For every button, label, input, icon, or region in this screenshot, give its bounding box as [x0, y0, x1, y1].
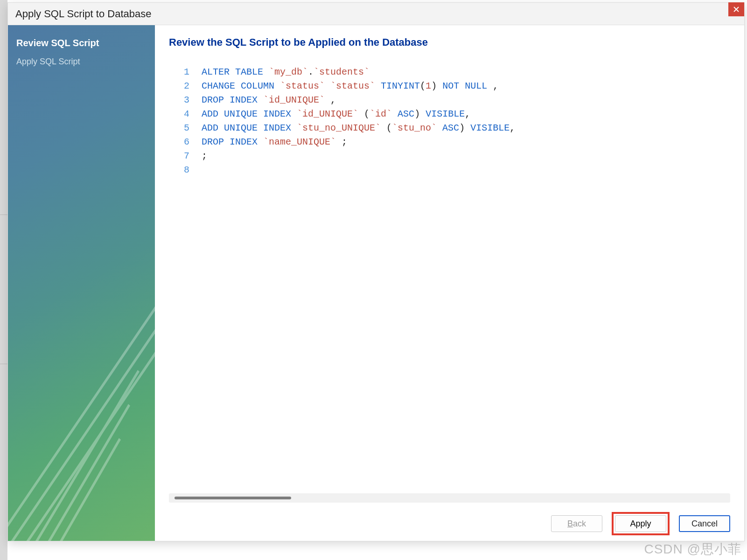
cancel-button[interactable]: Cancel: [679, 515, 730, 532]
line-number: 7: [178, 149, 202, 163]
back-button-accelerator: B: [567, 519, 573, 529]
main-panel: Review the SQL Script to be Applied on t…: [155, 25, 744, 541]
code-text[interactable]: CHANGE COLUMN `status` `status` TINYINT(…: [202, 79, 498, 93]
editor-horizontal-scrollbar[interactable]: [169, 493, 730, 503]
code-line[interactable]: 7;: [178, 149, 730, 163]
code-text[interactable]: ADD UNIQUE INDEX `stu_no_UNIQUE` (`stu_n…: [202, 121, 515, 135]
line-number: 8: [178, 163, 202, 177]
wizard-step-apply[interactable]: Apply SQL Script: [16, 52, 147, 71]
code-line[interactable]: 8: [178, 163, 730, 177]
back-button-rest: ack: [573, 519, 586, 529]
sql-editor[interactable]: 1ALTER TABLE `my_db`.`students`2CHANGE C…: [169, 65, 730, 491]
titlebar: Apply SQL Script to Database: [8, 3, 744, 25]
apply-button[interactable]: Apply: [615, 515, 666, 532]
back-button: Back: [551, 515, 602, 532]
code-line[interactable]: 5ADD UNIQUE INDEX `stu_no_UNIQUE` (`stu_…: [178, 121, 730, 135]
code-text[interactable]: ALTER TABLE `my_db`.`students`: [202, 65, 370, 79]
line-number: 5: [178, 121, 202, 135]
close-icon: [733, 7, 739, 12]
svg-line-5: [8, 371, 139, 541]
close-button[interactable]: [728, 2, 744, 16]
button-bar: Back Apply Cancel: [169, 503, 730, 535]
code-text[interactable]: DROP INDEX `id_UNIQUE` ,: [202, 93, 336, 107]
sidebar-decoration: [8, 257, 155, 541]
svg-line-7: [8, 439, 120, 541]
svg-line-4: [8, 337, 155, 541]
apply-button-highlight: Apply: [612, 512, 670, 535]
code-text[interactable]: DROP INDEX `name_UNIQUE` ;: [202, 135, 347, 149]
line-number: 1: [178, 65, 202, 79]
code-line[interactable]: 4ADD UNIQUE INDEX `id_UNIQUE` (`id` ASC)…: [178, 107, 730, 121]
code-line[interactable]: 2CHANGE COLUMN `status` `status` TINYINT…: [178, 79, 730, 93]
code-line[interactable]: 6DROP INDEX `name_UNIQUE` ;: [178, 135, 730, 149]
svg-line-3: [8, 314, 155, 541]
svg-line-2: [8, 291, 155, 541]
page-title: Review the SQL Script to be Applied on t…: [169, 36, 730, 48]
apply-sql-dialog: Apply SQL Script to Database Review SQL …: [7, 2, 745, 541]
code-line[interactable]: 1ALTER TABLE `my_db`.`students`: [178, 65, 730, 79]
code-text[interactable]: ;: [202, 149, 207, 163]
dialog-title: Apply SQL Script to Database: [15, 8, 151, 20]
wizard-sidebar: Review SQL Script Apply SQL Script: [8, 25, 155, 541]
code-text[interactable]: ADD UNIQUE INDEX `id_UNIQUE` (`id` ASC) …: [202, 107, 470, 121]
line-number: 4: [178, 107, 202, 121]
watermark: CSDN @思小菲: [644, 540, 741, 558]
code-line[interactable]: 3DROP INDEX `id_UNIQUE` ,: [178, 93, 730, 107]
line-number: 3: [178, 93, 202, 107]
line-number: 6: [178, 135, 202, 149]
scrollbar-thumb[interactable]: [175, 497, 291, 499]
wizard-step-review[interactable]: Review SQL Script: [16, 34, 147, 52]
line-number: 2: [178, 79, 202, 93]
svg-line-6: [8, 405, 129, 541]
